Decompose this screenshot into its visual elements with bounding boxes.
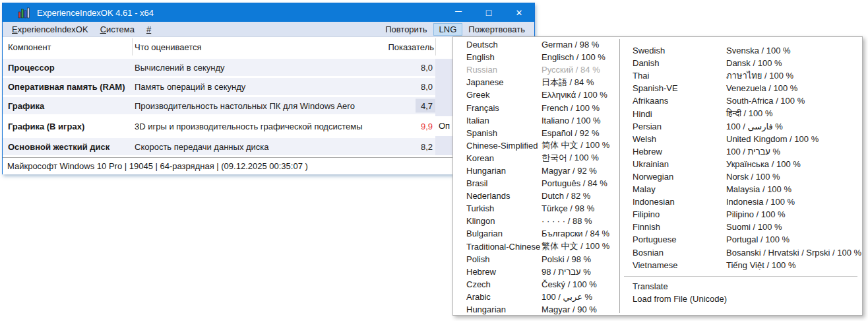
lang-item-arabic[interactable]: Arabic100 / عربي %	[453, 291, 619, 303]
lang-name: Turkish	[466, 203, 542, 213]
lang-translation: Español / 92 %	[542, 128, 599, 138]
lang-item-finnish[interactable]: FinnishSuomi / 100 %	[620, 221, 861, 233]
menubar-item-item[interactable]: Система	[94, 23, 140, 36]
lang-item-japanese[interactable]: Japanese日本語 / 84 %	[453, 76, 619, 89]
lang-item-bulgarian[interactable]: BulgarianБългарски / 84 %	[453, 227, 619, 240]
lang-item-hebrew[interactable]: Hebrew100 / עברית %	[620, 145, 861, 158]
lang-translation: Türkçe / 98 %	[542, 203, 594, 213]
score-cell: 8,2	[421, 142, 433, 152]
lang-name: Nederlands	[466, 191, 542, 201]
lang-item-spanish-ve[interactable]: Spanish-VEVenezuela / 100 %	[620, 82, 861, 94]
lang-name: Bulgarian	[466, 229, 542, 238]
menubar-item-item[interactable]: #	[140, 23, 157, 36]
lang-name: Français	[466, 103, 542, 113]
lang-translation: Polski / 98 %	[542, 254, 591, 264]
menu-item-load-from-file-unicode[interactable]: Load from File (Unicode)	[620, 293, 861, 306]
lang-item-portuguese[interactable]: PortuguesePortugal / 100 %	[620, 233, 861, 246]
menubar-item-item[interactable]: Повторить	[379, 23, 433, 36]
lang-item-italian[interactable]: ItalianItaliano / 100 %	[453, 114, 619, 127]
lang-item-persian[interactable]: Persian100 / فارسی %	[620, 120, 861, 133]
close-icon: ✕	[516, 9, 523, 17]
lang-name: English	[466, 52, 542, 62]
lang-item-deutsch[interactable]: DeutschGerman / 98 %	[453, 38, 619, 51]
lang-item-ukrainian[interactable]: UkrainianУкраїнська / 100 %	[620, 158, 861, 170]
lang-item-korean[interactable]: Korean한국어 / 100 %	[453, 152, 619, 164]
lang-item-czech[interactable]: CzechČeský / 100 %	[453, 278, 619, 291]
lang-translation: Dutch / 82 %	[542, 191, 590, 201]
lang-item-hindi[interactable]: Hindiहिन्दी / 100 %	[620, 107, 861, 120]
app-bar-chart-icon	[18, 7, 31, 18]
lang-item-polish[interactable]: PolishPolski / 98 %	[453, 253, 619, 266]
lang-name: Thai	[633, 71, 726, 81]
lang-name: Malay	[633, 184, 726, 194]
lang-translation: Malaysia / 100 %	[726, 184, 791, 194]
lang-name: Norwegian	[633, 172, 726, 182]
lang-translation: Bosanski / Hrvatski / Srpski / 100 %	[726, 248, 861, 258]
menu-item-translate[interactable]: Translate	[620, 280, 861, 293]
column-header-description[interactable]: Что оценивается	[135, 42, 202, 52]
lang-item-danish[interactable]: DanishDansk / 100 %	[620, 57, 861, 69]
lang-item-hungarian[interactable]: HungarianMagyar / 92 %	[453, 164, 619, 177]
lang-name: Hungarian	[466, 166, 542, 176]
window-title: ExperienceIndexOK 4.61 - x64	[37, 8, 443, 18]
lang-translation: ภาษาไทย / 100 %	[726, 69, 793, 83]
lang-item-english[interactable]: EnglishEnglisch / 100 %	[453, 51, 619, 63]
lang-name: Welsh	[633, 134, 726, 144]
lang-item-malay[interactable]: MalayMalaysia / 100 %	[620, 183, 861, 196]
lang-translation: 简体 中文 / 100 %	[542, 139, 609, 151]
score-cell: 8,0	[421, 63, 433, 73]
lang-item-nederlands[interactable]: NederlandsDutch / 82 %	[453, 190, 619, 202]
column-header-score[interactable]: Показатель	[388, 42, 434, 52]
lang-item-afrikaans[interactable]: AfrikaansSouth-Africa / 100 %	[620, 94, 861, 107]
lang-item-russian[interactable]: RussianРусский / 84 %	[453, 63, 619, 76]
lang-name: Vietnamese	[633, 260, 726, 270]
lang-item-filipino[interactable]: FilipinoPilipino / 100 %	[620, 208, 861, 221]
lang-item-spanish[interactable]: SpanishEspañol / 92 %	[453, 127, 619, 139]
minimize-icon: ─	[455, 7, 462, 16]
lang-item-turkish[interactable]: TurkishTürkçe / 98 %	[453, 202, 619, 215]
lang-item-swedish[interactable]: SwedishSvenska / 100 %	[620, 44, 861, 57]
lang-name: Portuguese	[633, 234, 726, 244]
component-cell: Процессор	[8, 63, 55, 73]
lang-item-bosnian[interactable]: BosnianBosanski / Hrvatski / Srpski / 10…	[620, 246, 861, 259]
lang-item-vietnamese[interactable]: VietnameseTiếng Việt / 100 %	[620, 259, 861, 271]
menubar-item-item[interactable]: Пожертвовать	[462, 23, 531, 36]
close-button[interactable]: ✕	[504, 3, 534, 22]
lang-translation: Portugal / 100 %	[726, 234, 790, 244]
lang-name: Arabic	[466, 292, 542, 302]
component-cell: Графика (В играх)	[8, 122, 84, 131]
lang-item-norwegian[interactable]: NorwegianNorsk / 100 %	[620, 170, 861, 183]
maximize-button[interactable]: □	[474, 3, 504, 22]
lang-translation: Venezuela / 100 %	[726, 83, 797, 93]
lang-translation: Norsk / 100 %	[726, 172, 780, 182]
lang-translation: Български / 84 %	[542, 229, 609, 238]
header-separator	[132, 38, 133, 55]
column-header-component[interactable]: Компонент	[8, 42, 51, 52]
lang-item-fran-ais[interactable]: FrançaisFrench / 100 %	[453, 101, 619, 114]
lang-translation: South-Africa / 100 %	[726, 96, 805, 106]
lang-translation: Italiano / 100 %	[542, 116, 601, 125]
lang-name: Persian	[633, 122, 726, 131]
lang-item-traditional-chinese[interactable]: Traditional-Chinese繁体 中文 / 100 %	[453, 240, 619, 253]
lang-item-hebrew[interactable]: Hebrew98 / עברית %	[453, 266, 619, 278]
maximize-icon: □	[486, 8, 491, 17]
lang-item-indonesian[interactable]: IndonesianIndonesia / 100 %	[620, 196, 861, 208]
score-cell: 8,0	[421, 82, 433, 92]
lang-name: Swedish	[633, 46, 726, 55]
lang-item-thai[interactable]: Thaiภาษาไทย / 100 %	[620, 69, 861, 82]
lang-item-greek[interactable]: GreekΕλληνικά / 100 %	[453, 89, 619, 101]
lang-item-welsh[interactable]: WelshUnited Kingdom / 100 %	[620, 133, 861, 145]
lang-item-hungarian[interactable]: HungarianMagyar / 90 %	[453, 303, 619, 316]
menubar-item-experienceindexok[interactable]: ExperienceIndexOK	[6, 23, 94, 36]
lang-menu-right-column: SwedishSvenska / 100 %DanishDansk / 100 …	[620, 44, 861, 306]
menubar-item-lng[interactable]: LNG	[433, 23, 463, 36]
lang-name: Spanish	[466, 128, 542, 138]
lang-item-brasil[interactable]: BrasilPortuguês / 84 %	[453, 177, 619, 190]
lang-name: Danish	[633, 58, 726, 68]
header-separator	[435, 38, 436, 55]
minimize-button[interactable]: ─	[443, 3, 474, 22]
lang-translation: · · · · · / 88 %	[542, 216, 592, 226]
lang-translation: Pilipino / 100 %	[726, 209, 786, 219]
lang-item-chinese-simplified[interactable]: Chinese-Simplified简体 中文 / 100 %	[453, 139, 619, 152]
lang-item-klingon[interactable]: Klingon· · · · · / 88 %	[453, 215, 619, 227]
